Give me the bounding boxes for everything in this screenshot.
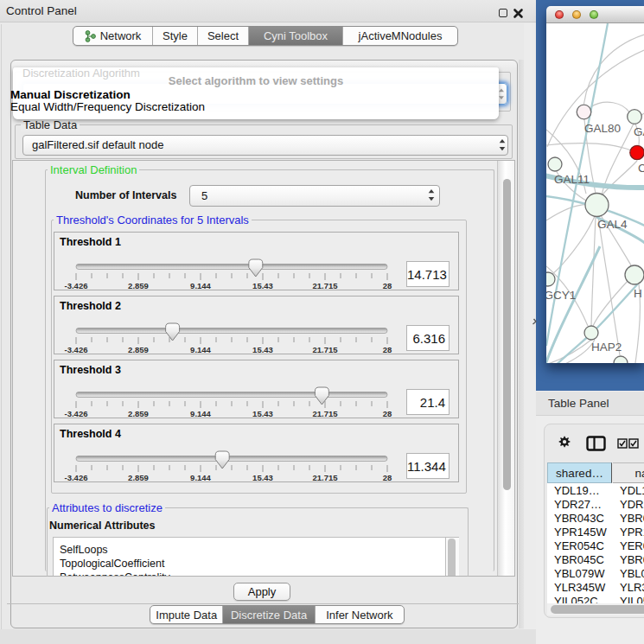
svg-text:21.715: 21.715 <box>312 473 338 482</box>
svg-text:28: 28 <box>383 345 392 354</box>
svg-text:2.859: 2.859 <box>128 281 149 290</box>
svg-text:-3.426: -3.426 <box>65 473 88 482</box>
svg-text:9.144: 9.144 <box>190 345 211 354</box>
svg-text:C: C <box>638 162 644 175</box>
svg-text:28: 28 <box>383 473 392 482</box>
svg-text:15.43: 15.43 <box>252 473 273 482</box>
svg-text:21.715: 21.715 <box>312 281 338 290</box>
svg-text:9.144: 9.144 <box>190 281 211 290</box>
svg-text:15.43: 15.43 <box>252 281 273 290</box>
svg-text:9.144: 9.144 <box>190 473 211 482</box>
svg-text:21.715: 21.715 <box>312 409 338 418</box>
svg-text:GA: GA <box>634 125 644 138</box>
svg-text:GCY1: GCY1 <box>546 289 576 302</box>
svg-text:15.43: 15.43 <box>252 345 273 354</box>
svg-text:28: 28 <box>383 281 392 290</box>
svg-text:2.859: 2.859 <box>128 409 149 418</box>
svg-text:9.144: 9.144 <box>190 409 211 418</box>
svg-text:-3.426: -3.426 <box>65 345 88 354</box>
svg-text:28: 28 <box>383 409 392 418</box>
svg-text:-3.426: -3.426 <box>65 409 88 418</box>
svg-text:15.43: 15.43 <box>252 409 273 418</box>
svg-text:H: H <box>634 287 642 300</box>
svg-text:-3.426: -3.426 <box>65 281 88 290</box>
svg-text:GAL80: GAL80 <box>584 122 621 135</box>
svg-text:2.859: 2.859 <box>128 345 149 354</box>
svg-text:GAL11: GAL11 <box>554 173 590 186</box>
svg-text:21.715: 21.715 <box>312 345 338 354</box>
svg-text:GAL4: GAL4 <box>597 218 628 231</box>
svg-text:HAP2: HAP2 <box>591 341 622 354</box>
svg-text:2.859: 2.859 <box>128 473 149 482</box>
